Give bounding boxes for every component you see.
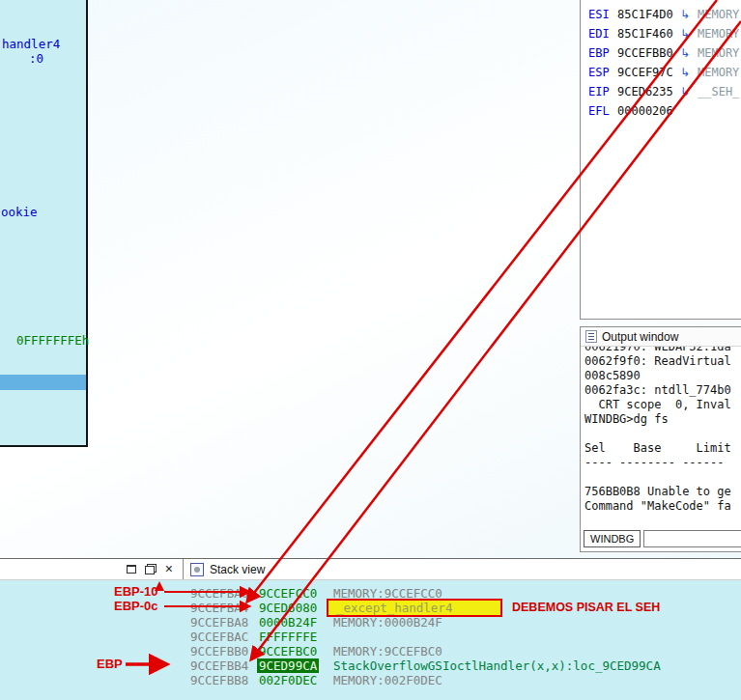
output-window-panel: Output window 00621970: WLDAP32:1da 0062… [580, 326, 741, 552]
register-target: MEMORY [698, 63, 739, 82]
stack-row[interactable]: 9CCEFBA80000B24FMEMORY:0000B24F [0, 615, 741, 630]
stack-address: 9CCEFBA4 [190, 601, 248, 615]
output-window-icon [585, 330, 597, 343]
register-name: ESP [588, 63, 610, 82]
stack-row[interactable]: 9CCEFBA49CED6080_except_handler4DEBEMOS … [0, 601, 741, 615]
close-icon[interactable]: × [165, 564, 173, 574]
windbg-selector[interactable]: WINDBG [584, 530, 641, 547]
stack-memory-comment: MEMORY:0000B24F [333, 615, 442, 630]
register-name: EFL [588, 101, 610, 121]
stack-view-dock: × Stack view 9CCEFBA09CCEFCC0MEMORY:9CCE… [0, 558, 741, 700]
disasm-fragment: 0FFFFFFFEh [16, 333, 89, 348]
stack-address: 9CCEFBB4 [190, 658, 248, 673]
stack-row[interactable]: 9CCEFBB8002F0DECMEMORY:002F0DEC [0, 673, 741, 687]
register-value: 9CED6235 [617, 82, 673, 101]
stack-memory-comment: MEMORY:002F0DEC [333, 673, 442, 687]
disasm-fragment: ookie [1, 205, 38, 219]
stack-value: 9CED99CA [257, 658, 319, 673]
register-name: ESI [588, 5, 610, 24]
stack-value: 002F0DEC [259, 673, 317, 687]
stack-value: 9CCEFBC0 [259, 644, 317, 658]
register-row[interactable]: EFL00000206 [581, 101, 741, 121]
follow-in-memory-arrow-icon[interactable]: ↳ [680, 82, 690, 101]
stack-value: FFFFFFFE [259, 630, 317, 644]
annotation-label-ebp-0c: EBP-0c [114, 599, 158, 613]
follow-in-memory-arrow-icon[interactable]: ↳ [680, 24, 690, 43]
output-log[interactable]: 00621970: WLDAP32:1da 0062f9f0: ReadVirt… [581, 347, 741, 526]
stack-value: 9CED6080 [259, 601, 317, 615]
stack-address: 9CCEFBA8 [190, 615, 248, 630]
register-target: MEMORY [698, 43, 739, 63]
selected-instruction-highlight[interactable] [0, 375, 86, 390]
register-value: 85C1F4D0 [617, 5, 673, 24]
stack-rows: 9CCEFBA09CCEFCC0MEMORY:9CCEFCC09CCEFBA49… [0, 580, 741, 687]
register-row[interactable]: ESP9CCEF97C↳MEMORY [581, 63, 741, 82]
register-value: 00000206 [617, 101, 673, 121]
register-name: EIP [588, 82, 610, 101]
disasm-fragment: handler4 [2, 37, 60, 51]
dock-controls: × [0, 559, 184, 579]
register-target: MEMORY [698, 5, 739, 24]
stack-address: 9CCEFBB8 [190, 673, 248, 687]
register-name: EDI [588, 24, 610, 43]
follow-in-memory-arrow-icon[interactable]: ↳ [680, 43, 690, 63]
annotation-label-ebp: EBP [97, 657, 123, 671]
register-target: __SEH_ [698, 82, 739, 101]
dock-header: × Stack view [0, 559, 741, 580]
register-value: 9CCEFBB0 [617, 43, 673, 63]
register-value: 85C1F460 [617, 24, 673, 43]
stack-address: 9CCEFBA0 [190, 586, 248, 601]
stack-view-title: Stack view [210, 563, 265, 576]
maximize-icon[interactable] [127, 565, 136, 574]
graph-node[interactable]: handler4:0ookie0FFFFFFFEh [0, 0, 88, 447]
register-row[interactable]: ESI85C1F4D0↳MEMORY [581, 5, 741, 24]
output-log-text: 00621970: WLDAP32:1da 0062f9f0: ReadVirt… [584, 347, 731, 514]
stack-value: 9CCEFCC0 [259, 586, 317, 601]
stack-memory-comment: MEMORY:9CCEFBC0 [333, 644, 442, 658]
stack-view-titlebar[interactable]: Stack view [184, 559, 741, 579]
output-input-row: WINDBG [581, 526, 741, 551]
ida-debugger-screen: handler4:0ookie0FFFFFFFEh ESI85C1F4D0↳ME… [0, 0, 741, 700]
stack-row[interactable]: 9CCEFBACFFFFFFFE [0, 630, 741, 644]
disasm-fragment: :0 [29, 51, 43, 66]
register-row[interactable]: EBP9CCEFBB0↳MEMORY [581, 43, 741, 63]
output-command-input[interactable] [643, 530, 741, 547]
register-name: EBP [588, 43, 610, 63]
float-window-icon[interactable] [145, 564, 157, 574]
stack-value: 0000B24F [259, 615, 317, 630]
register-value: 9CCEF97C [617, 63, 673, 82]
registers-panel: ESI85C1F4D0↳MEMORYEDI85C1F460↳MEMORYEBP9… [580, 0, 741, 320]
annotation-label-ebp-10: EBP-10 [114, 584, 158, 599]
stack-address: 9CCEFBB0 [190, 644, 248, 658]
stack-view-icon [190, 563, 204, 576]
seh-note-text: DEBEMOS PISAR EL SEH [512, 601, 660, 615]
stack-address: 9CCEFBAC [190, 630, 248, 644]
register-row[interactable]: EDI85C1F460↳MEMORY [581, 24, 741, 43]
follow-in-memory-arrow-icon[interactable]: ↳ [680, 63, 690, 82]
register-row[interactable]: EIP9CED6235↳__SEH_ [581, 82, 741, 101]
register-target: MEMORY [698, 24, 739, 43]
registers-list: ESI85C1F4D0↳MEMORYEDI85C1F460↳MEMORYEBP9… [581, 5, 741, 121]
output-window-title: Output window [602, 330, 678, 344]
follow-in-memory-arrow-icon[interactable]: ↳ [680, 5, 690, 24]
stack-code-comment: StackOverflowGSIoctlHandler(x,x):loc_9CE… [333, 658, 661, 673]
output-window-titlebar[interactable]: Output window [581, 327, 741, 347]
